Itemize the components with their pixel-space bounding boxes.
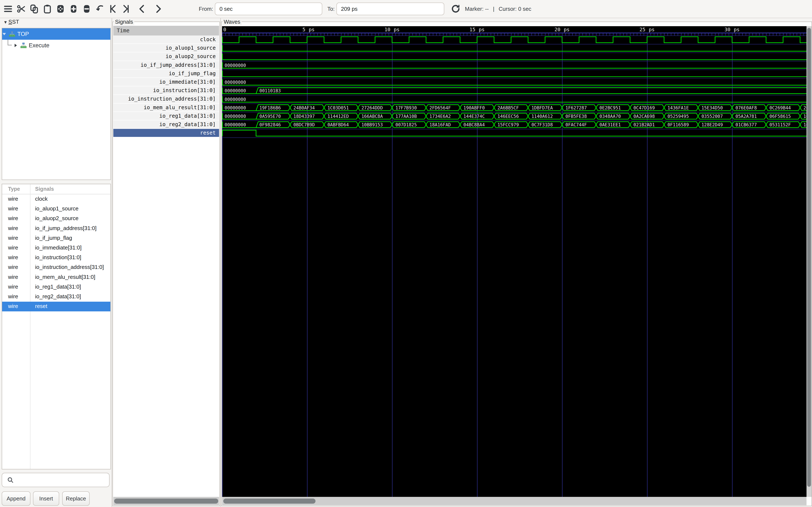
- to-label: To:: [327, 6, 335, 12]
- zoom-out-icon[interactable]: [82, 4, 92, 14]
- bus-value: 0AE31EE1: [600, 122, 621, 127]
- bus-value: 03552007: [701, 114, 723, 119]
- table-row-io_immediate[31:0][interactable]: wireio_immediate[31:0]: [2, 243, 110, 253]
- timeline-label: 5: [302, 27, 305, 32]
- time-header[interactable]: Time: [113, 26, 219, 36]
- bus-value: 021B2AD1: [633, 122, 655, 127]
- cursor-status: Cursor: 0 sec: [499, 6, 531, 12]
- bus-value: 166ABC8A: [361, 114, 383, 119]
- signal-row-io_reg1_data[31:0][interactable]: io_reg1_data[31:0]: [113, 112, 219, 120]
- menu-icon[interactable]: [3, 4, 13, 14]
- bus-value: 144E374C: [463, 114, 485, 119]
- tree-branch-line: [8, 40, 12, 45]
- bus-value: 00000000: [224, 114, 246, 119]
- table-row-io_mem_alu_result[31:0][interactable]: wireio_mem_alu_result[31:0]: [2, 273, 110, 282]
- copy-icon[interactable]: [29, 4, 39, 14]
- panel-splitter-right[interactable]: [220, 18, 221, 507]
- panel-splitter-left[interactable]: [112, 18, 112, 507]
- waves-vscrollbar[interactable]: [807, 26, 812, 497]
- wave-canvas[interactable]: 05ps10ps15ps20ps25ps30ps0000000000000000…: [222, 26, 807, 497]
- bus-value: 00000000: [224, 122, 246, 127]
- wave-row-io_reg2_data[31:0][interactable]: 000000000F9828460BDC7B9D0ABFBD6410BB9153…: [222, 122, 807, 128]
- signals-hscrollbar[interactable]: [113, 497, 219, 505]
- wave-row-io_instruction[31:0][interactable]: 00000000001101B3: [222, 88, 807, 94]
- waves-vscroll-thumb[interactable]: [807, 28, 811, 487]
- cell-type: wire: [8, 244, 18, 251]
- table-row-io_reg2_data[31:0][interactable]: wireio_reg2_data[31:0]: [2, 292, 110, 302]
- go-start-icon[interactable]: [108, 4, 118, 14]
- signal-row-io_reg2_data[31:0][interactable]: io_reg2_data[31:0]: [113, 120, 219, 129]
- undo-icon[interactable]: [95, 4, 105, 14]
- bus-value: 24B0AF34: [294, 105, 315, 110]
- signal-row-clock[interactable]: clock: [113, 36, 219, 44]
- expander-down-icon[interactable]: [2, 32, 6, 36]
- expander-right-icon[interactable]: [13, 43, 18, 48]
- signals-hscroll-thumb[interactable]: [114, 499, 218, 504]
- bus-value: 10BB9153: [361, 122, 383, 127]
- waves-hscroll-thumb[interactable]: [223, 499, 315, 504]
- table-row-io_if_jump_address[31:0][interactable]: wireio_if_jump_address[31:0]: [2, 224, 110, 233]
- bus-value: 27264DDD: [361, 105, 383, 110]
- tree-item-execute[interactable]: Execute: [2, 40, 110, 51]
- search-input[interactable]: [14, 477, 109, 483]
- tree-item-label: TOP: [17, 31, 29, 38]
- reload-icon[interactable]: [451, 4, 461, 14]
- timeline-unit: ps: [564, 27, 570, 32]
- go-end-icon[interactable]: [121, 4, 131, 14]
- wave-row-io_immediate[31:0][interactable]: 00000000: [222, 80, 807, 85]
- wave-row-io_mem_alu_result[31:0][interactable]: 0000000019F186B624B0AF341C03D05127264DDD…: [222, 105, 807, 111]
- tree-item-top[interactable]: TOP: [2, 28, 110, 40]
- step-left-icon[interactable]: [137, 4, 147, 14]
- signal-row-io_immediate[31:0][interactable]: io_immediate[31:0]: [113, 78, 219, 87]
- bus-value: 1140A612: [531, 114, 553, 119]
- signal-row-io_mem_alu_result[31:0][interactable]: io_mem_alu_result[31:0]: [113, 104, 219, 112]
- bus-value: 05259495: [667, 114, 689, 119]
- search-icon: [7, 476, 14, 484]
- sst-section-label[interactable]: ▼SST: [3, 18, 19, 25]
- signal-row-io_aluop2_source[interactable]: io_aluop2_source: [113, 52, 219, 61]
- bus-value: 18A16FAD: [429, 122, 451, 127]
- signal-row-io_instruction[31:0][interactable]: io_instruction[31:0]: [113, 87, 219, 95]
- cut-icon[interactable]: [16, 4, 26, 14]
- wave-row-io_reg1_data[31:0][interactable]: 000000000A595E7018D43397114412ED166ABC8A…: [222, 113, 807, 119]
- bus-value: 00000000: [224, 97, 246, 102]
- zoom-in-icon[interactable]: [68, 4, 79, 14]
- signal-row-io_instruction_address[31:0][interactable]: io_instruction_address[31:0]: [113, 95, 219, 103]
- step-right-icon[interactable]: [153, 4, 163, 14]
- table-row-io_reg1_data[31:0][interactable]: wireio_reg1_data[31:0]: [2, 282, 110, 292]
- cell-name: clock: [35, 195, 48, 202]
- signal-row-io_if_jump_address[31:0][interactable]: io_if_jump_address[31:0]: [113, 61, 219, 69]
- sst-expander-icon[interactable]: ▼: [3, 20, 8, 25]
- insert-button[interactable]: Insert: [33, 491, 59, 506]
- from-input[interactable]: 0 sec: [215, 3, 322, 15]
- table-row-io_instruction[31:0][interactable]: wireio_instruction[31:0]: [2, 253, 110, 263]
- append-button[interactable]: Append: [2, 491, 31, 506]
- table-row-io_if_jump_flag[interactable]: wireio_if_jump_flag: [2, 233, 110, 243]
- clock-wave[interactable]: [222, 37, 807, 43]
- wave-row-io_instruction_address[31:0][interactable]: 00000000: [222, 97, 807, 102]
- table-row-io_instruction_address[31:0][interactable]: wireio_instruction_address[31:0]: [2, 263, 110, 272]
- waves-hscrollbar[interactable]: [222, 497, 807, 505]
- cell-name: io_reg2_data[31:0]: [35, 293, 81, 300]
- table-row-io_aluop1_source[interactable]: wireio_aluop1_source: [2, 204, 110, 214]
- signal-search-box[interactable]: [2, 473, 109, 487]
- bus-value: 128E2D49: [701, 122, 723, 127]
- paste-icon[interactable]: [42, 4, 52, 14]
- bus-value: 0348AA70: [600, 114, 621, 119]
- bus-value: 1436FA1E: [667, 105, 689, 110]
- replace-button[interactable]: Replace: [62, 491, 90, 506]
- bit-wave-reset[interactable]: [222, 130, 807, 136]
- table-row-io_aluop2_source[interactable]: wireio_aluop2_source: [2, 214, 110, 224]
- zoom-fit-icon[interactable]: [55, 4, 65, 14]
- signal-row-reset[interactable]: reset: [113, 129, 219, 137]
- signal-row-io_aluop1_source[interactable]: io_aluop1_source: [113, 44, 219, 52]
- table-row-clock[interactable]: wireclock: [2, 194, 110, 204]
- cell-name: io_if_jump_address[31:0]: [35, 225, 97, 231]
- signal-row-io_if_jump_flag[interactable]: io_if_jump_flag: [113, 69, 219, 78]
- timeline-label: 15: [469, 27, 475, 32]
- wave-row-io_if_jump_address[31:0][interactable]: 00000000: [222, 63, 807, 68]
- timeline-unit: ps: [394, 27, 400, 32]
- table-row-reset[interactable]: wirereset: [2, 302, 110, 312]
- to-input[interactable]: 209 ps: [337, 3, 444, 15]
- bus-value: 17F7B930: [395, 105, 417, 110]
